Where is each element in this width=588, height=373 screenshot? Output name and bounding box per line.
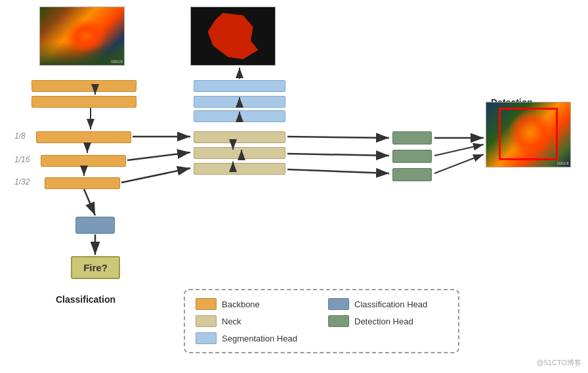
- backbone-layer-4: [41, 155, 126, 167]
- det-head-box-1: [392, 131, 432, 144]
- neck-layer-1: [194, 131, 285, 143]
- legend-label-segmentation: Segmentation Head: [222, 334, 297, 343]
- legend-box: Backbone Classification Head Neck Detect…: [184, 289, 459, 353]
- legend-swatch-neck: [196, 315, 217, 327]
- backbone-layer-2: [32, 96, 136, 108]
- seg-head-layer-3: [194, 110, 285, 122]
- legend-swatch-segmentation: [196, 332, 217, 344]
- det-head-box-3: [392, 168, 432, 181]
- backbone-layer-5: [45, 177, 120, 189]
- fire-question-box: Fire?: [71, 256, 120, 279]
- svg-line-9: [127, 152, 190, 160]
- svg-line-21: [434, 154, 484, 173]
- scale-label-1-16: 1/16: [14, 155, 30, 164]
- input-image: istock: [39, 7, 125, 66]
- backbone-layer-1: [32, 80, 136, 92]
- legend-item-neck: Neck: [196, 315, 315, 327]
- legend-swatch-classification: [328, 298, 349, 310]
- legend-swatch-detection: [328, 315, 349, 327]
- diagram-container: Input istock Segmentation Detection isto…: [0, 0, 588, 373]
- watermark: @51CTO博客: [537, 358, 581, 368]
- svg-line-6: [84, 189, 95, 215]
- segmentation-image: [190, 7, 276, 66]
- scale-label-1-8: 1/8: [14, 131, 26, 141]
- det-head-box-2: [392, 150, 432, 163]
- legend-swatch-backbone: [196, 298, 217, 310]
- legend-label-classification: Classification Head: [354, 299, 427, 309]
- svg-line-18: [287, 169, 389, 173]
- legend-grid: Backbone Classification Head Neck Detect…: [196, 298, 448, 344]
- seg-head-layer-1: [194, 80, 285, 92]
- classification-head-box: [75, 217, 115, 234]
- svg-line-16: [287, 137, 389, 138]
- detection-bounding-box: [499, 108, 558, 160]
- scale-label-1-32: 1/32: [14, 177, 30, 186]
- legend-item-classification: Classification Head: [328, 298, 448, 310]
- legend-item-segmentation: Segmentation Head: [196, 332, 315, 344]
- neck-layer-3: [194, 163, 285, 175]
- legend-label-detection: Detection Head: [354, 317, 413, 326]
- classification-label: Classification: [56, 294, 116, 305]
- svg-line-20: [434, 144, 484, 156]
- legend-item-backbone: Backbone: [196, 298, 315, 310]
- legend-item-detection: Detection Head: [328, 315, 448, 327]
- legend-label-backbone: Backbone: [222, 299, 260, 309]
- neck-layer-2: [194, 147, 285, 159]
- backbone-layer-3: [36, 131, 131, 143]
- seg-head-layer-2: [194, 96, 285, 108]
- detection-image: istock: [486, 102, 571, 167]
- svg-line-10: [121, 168, 190, 183]
- legend-label-neck: Neck: [222, 317, 242, 326]
- svg-line-17: [287, 154, 389, 156]
